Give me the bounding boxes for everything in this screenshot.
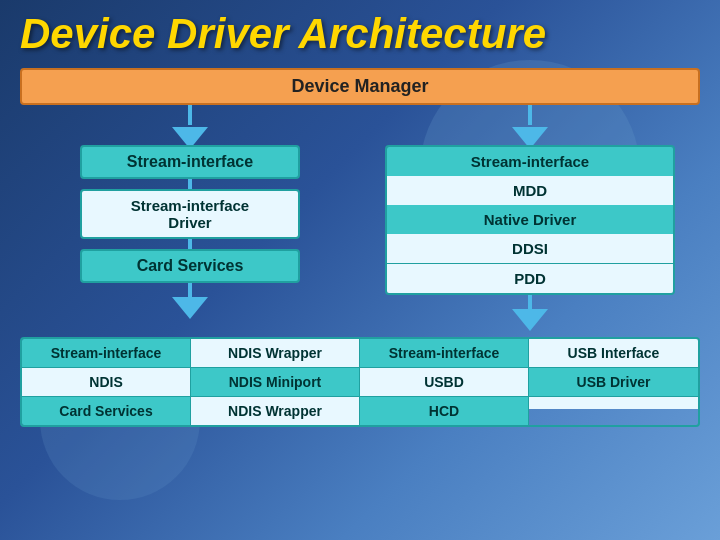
right-vline1 xyxy=(528,295,532,309)
arrow-right-line xyxy=(528,105,532,125)
bt-cell-2-1: NDIS Wrapper xyxy=(191,339,360,368)
bt-cell-2-3: NDIS Wrapper xyxy=(191,397,360,425)
bt-cell-4-2: USB Driver xyxy=(529,368,698,397)
right-column: Stream-interface MDD Native Driver DDSI … xyxy=(370,145,690,331)
main-container: Device Driver Architecture Device Manage… xyxy=(0,0,720,540)
bt-col-2: NDIS Wrapper NDIS Miniport NDIS Wrapper xyxy=(191,339,360,425)
left-vline3 xyxy=(188,283,192,297)
right-arrow-down xyxy=(512,309,548,331)
left-arrow-down xyxy=(172,297,208,319)
bt-cell-1-1: Stream-interface xyxy=(22,339,191,368)
right-ddsi: DDSI xyxy=(387,234,673,263)
left-column: Stream-interface Stream-interface Driver… xyxy=(30,145,350,319)
right-native-driver: Native Driver xyxy=(387,205,673,234)
left-stream-interface: Stream-interface xyxy=(80,145,300,179)
bt-cell-1-3: Card Services xyxy=(22,397,191,425)
right-pdd: PDD xyxy=(387,263,673,293)
left-vline1 xyxy=(188,179,192,189)
right-mdd: MDD xyxy=(387,176,673,205)
bt-cell-3-1: Stream-interface xyxy=(360,339,529,368)
bt-cell-2-2: NDIS Miniport xyxy=(191,368,360,397)
bottom-table: Stream-interface NDIS Card Services NDIS… xyxy=(20,337,700,427)
left-stream-interface-driver: Stream-interface Driver xyxy=(80,189,300,239)
left-card-services: Card Services xyxy=(80,249,300,283)
right-stack: Stream-interface MDD Native Driver DDSI … xyxy=(385,145,675,295)
left-vline2 xyxy=(188,239,192,249)
bt-col-1: Stream-interface NDIS Card Services xyxy=(22,339,191,425)
bt-col-3: Stream-interface USBD HCD xyxy=(360,339,529,425)
bt-cell-1-2: NDIS xyxy=(22,368,191,397)
arrow-left-line xyxy=(188,105,192,125)
bt-col-4: USB Interface USB Driver xyxy=(529,339,698,425)
device-manager-box: Device Manager xyxy=(20,68,700,105)
bt-cell-3-3: HCD xyxy=(360,397,529,425)
right-stream-interface: Stream-interface xyxy=(387,147,673,176)
bt-cell-4-1: USB Interface xyxy=(529,339,698,368)
page-title: Device Driver Architecture xyxy=(20,10,700,58)
bt-cell-3-2: USBD xyxy=(360,368,529,397)
bt-cell-4-3 xyxy=(529,397,698,409)
